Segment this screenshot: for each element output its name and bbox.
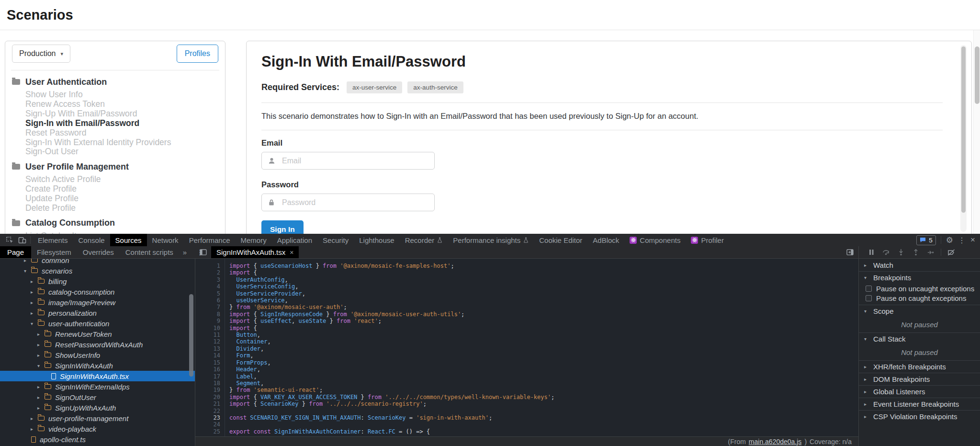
page-scrollbar-thumb[interactable] (975, 46, 980, 104)
sidebar-item-sign-in-with-external-identity-providers[interactable]: Sign-In With External Identity Providers (25, 138, 218, 148)
step-into-icon[interactable] (895, 249, 907, 256)
devtools-tab-profiler[interactable]: Profiler (686, 234, 729, 246)
devtools-tab-cookie-editor[interactable]: Cookie Editor (534, 234, 587, 246)
devtools-tab-recorder[interactable]: Recorder (400, 234, 448, 246)
editor-status-bar: (From main.a620de0a.js) Coverage: n/a (195, 436, 858, 446)
sidebar-item-create-profile[interactable]: Create Profile (25, 184, 218, 194)
devtools-tab-performance-insights[interactable]: Performance insights (448, 234, 534, 246)
devtools-tab-network[interactable]: Network (147, 234, 184, 246)
sidebar-item-sign-up-with-email-password[interactable]: Sign-Up With Email/Password (25, 109, 218, 119)
devtools-tab-components[interactable]: Components (624, 234, 686, 246)
option-pause-on-uncaught-exceptions[interactable]: Pause on uncaught exceptions (859, 284, 980, 293)
tree-folder-billing[interactable]: ▸billing (0, 276, 195, 286)
section-header-scope[interactable]: ▾Scope (859, 305, 980, 317)
sidebar-item-sign-in-with-email-password[interactable]: Sign-In with Email/Password (25, 119, 218, 128)
tree-folder-image-imagepreview[interactable]: ▸image/ImagePreview (0, 297, 195, 308)
section-header-dom-breakpoints[interactable]: ▸DOM Breakpoints (859, 373, 980, 385)
tree-folder-scenarios[interactable]: ▾scenarios (0, 265, 195, 276)
device-toolbar-icon[interactable] (16, 234, 28, 246)
line-number-gutter[interactable]: 1234567891011121314151617181920212223242… (195, 259, 225, 436)
inspect-element-icon[interactable] (3, 234, 16, 246)
tree-folder-user-profile-management[interactable]: ▸user-profile-management (0, 413, 195, 423)
source-map-link[interactable]: main.a620de0a.js (749, 438, 802, 446)
panel-scrollbar-thumb[interactable] (961, 46, 966, 213)
service-badges: ax-user-serviceax-auth-service (347, 81, 469, 93)
devtools-tab-lighthouse[interactable]: Lighthouse (354, 234, 399, 246)
sidebar-group-header-catalog-consumption[interactable]: Catalog Consumption (12, 218, 218, 228)
section-header-global-listeners[interactable]: ▸Global Listeners (859, 385, 980, 398)
tree-folder-renewusertoken[interactable]: ▸RenewUserToken (0, 329, 195, 339)
sidebar-item-renew-access-token[interactable]: Renew Access Token (25, 100, 218, 109)
devtools-tab-elements[interactable]: Elements (33, 234, 73, 246)
devtools-menu-icon[interactable]: ⋮ (958, 236, 966, 245)
chevron-down-icon: ▾ (24, 268, 31, 274)
issues-counter[interactable]: 5 (916, 235, 936, 245)
devtools-tab-sources[interactable]: Sources (110, 234, 147, 246)
tree-folder-signinwithexternalidps[interactable]: ▸SignInWithExternalIdps (0, 381, 195, 392)
checkbox[interactable] (866, 286, 872, 292)
deactivate-breakpoints-icon[interactable] (946, 249, 957, 256)
chevron-right-icon: ▸ (37, 342, 45, 347)
password-input[interactable] (281, 194, 434, 211)
devtools-tab-security[interactable]: Security (317, 234, 354, 246)
step-out-icon[interactable] (910, 249, 922, 256)
page-scrollbar[interactable] (973, 30, 980, 234)
tree-folder-signupwithaxauth[interactable]: ▸SignUpWithAxAuth (0, 402, 195, 413)
sidebar-item-show-user-info[interactable]: Show User Info (25, 90, 218, 100)
navigator-tab-page[interactable]: Page (0, 246, 31, 258)
tree-folder-resetpasswordwithaxauth[interactable]: ▸ResetPasswordWithAxAuth (0, 339, 195, 350)
pause-script-icon[interactable] (866, 249, 877, 255)
devtools-tab-performance[interactable]: Performance (184, 234, 236, 246)
sidebar-group-header-user-authentication[interactable]: User Authentication (12, 77, 218, 87)
navigator-tab-content-scripts[interactable]: Content scripts (120, 246, 179, 258)
tree-folder-user-authentication[interactable]: ▾user-authentication (0, 318, 195, 329)
section-header-event-listener-breakpoints[interactable]: ▸Event Listener Breakpoints (859, 398, 980, 410)
hide-navigator-icon[interactable] (195, 246, 211, 258)
sign-in-button[interactable]: Sign In (261, 220, 304, 234)
section-header-csp-violation-breakpoints[interactable]: ▸CSP Violation Breakpoints (859, 410, 980, 423)
tree-folder-signinwithaxauth[interactable]: ▾SignInWithAxAuth (0, 360, 195, 371)
tree-folder-common[interactable]: ▸common (0, 259, 195, 265)
profiles-button[interactable]: Profiles (177, 45, 218, 63)
navigator-scrollbar[interactable] (189, 294, 193, 377)
tree-folder-video-playback[interactable]: ▸video-playback (0, 423, 195, 434)
sidebar-item-reset-password[interactable]: Reset Password (25, 128, 218, 138)
sidebar-item-delete-profile[interactable]: Delete Profile (25, 204, 218, 213)
checkbox[interactable] (866, 295, 872, 301)
tree-folder-signoutuser[interactable]: ▸SignOutUser (0, 392, 195, 402)
sidebar-item-sign-out-user[interactable]: Sign-Out User (25, 147, 218, 157)
section-header-watch[interactable]: ▸Watch (859, 259, 980, 271)
editor-tab-signinwithaxauth[interactable]: SignInWithAxAuth.tsx × (211, 246, 299, 258)
more-tabs-chevron[interactable]: » (179, 246, 191, 258)
devtools-close-icon[interactable]: × (970, 235, 975, 245)
tree-file-signinwithaxauth-tsx[interactable]: SignInWithAxAuth.tsx (0, 371, 195, 381)
step-over-icon[interactable] (880, 249, 892, 255)
section-header-xhr-fetch-breakpoints[interactable]: ▸XHR/fetch Breakpoints (859, 360, 980, 373)
section-header-call-stack[interactable]: ▾Call Stack (859, 332, 980, 345)
navigator-tab-filesystem[interactable]: Filesystem (31, 246, 77, 258)
tab-close-icon[interactable]: × (290, 249, 293, 256)
sidebar-group-header-user-profile-management[interactable]: User Profile Management (12, 162, 218, 172)
devtools-tab-memory[interactable]: Memory (236, 234, 272, 246)
tree-folder-catalog-consumption[interactable]: ▸catalog-consumption (0, 286, 195, 297)
navigator-tab-overrides[interactable]: Overrides (77, 246, 120, 258)
code-content[interactable]: import { useScenarioHost } from '@axinom… (225, 259, 858, 436)
devtools-tab-application[interactable]: Application (272, 234, 317, 246)
sidebar-item-switch-active-profile[interactable]: Switch Active Profile (25, 175, 218, 184)
section-header-breakpoints[interactable]: ▾Breakpoints (859, 271, 980, 284)
section-label: Global Listeners (873, 388, 925, 396)
email-input[interactable] (281, 152, 434, 169)
toggle-debugger-pane-icon[interactable] (842, 246, 858, 258)
tree-file-apollo-client-ts[interactable]: apollo-client.ts (0, 434, 195, 445)
code-line: import { VAR_KEY_AX_USER_ACCESS_TOKEN } … (229, 394, 858, 400)
option-pause-on-caught-exceptions[interactable]: Pause on caught exceptions (859, 293, 980, 303)
settings-gear-icon[interactable]: ⚙ (946, 235, 953, 245)
environment-dropdown[interactable]: Production ▾ (12, 45, 70, 63)
sidebar-item-update-profile[interactable]: Update Profile (25, 194, 218, 204)
tree-folder-personalization[interactable]: ▸personalization (0, 308, 195, 318)
devtools-tab-console[interactable]: Console (73, 234, 110, 246)
panel-scrollbar[interactable] (960, 45, 967, 232)
step-icon[interactable] (925, 250, 936, 255)
tree-folder-showuserinfo[interactable]: ▸ShowUserInfo (0, 350, 195, 360)
devtools-tab-adblock[interactable]: AdBlock (587, 234, 624, 246)
